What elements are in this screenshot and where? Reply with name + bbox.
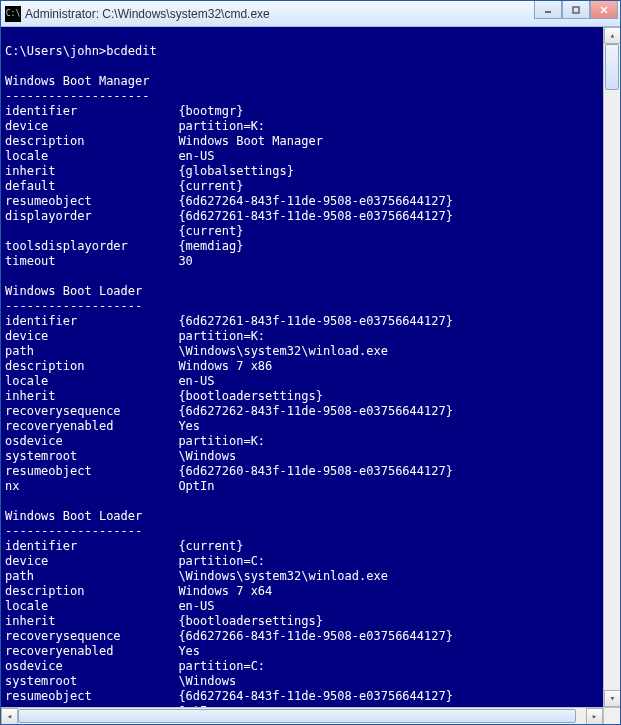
scroll-up-button[interactable]: ▴ (604, 27, 620, 44)
svg-rect-1 (573, 7, 579, 13)
scrollbar-corner (603, 707, 620, 724)
maximize-button[interactable] (562, 1, 590, 19)
console-output[interactable]: C:\Users\john>bcdedit Windows Boot Manag… (1, 27, 603, 707)
console-area: C:\Users\john>bcdedit Windows Boot Manag… (1, 27, 620, 724)
scroll-right-button[interactable]: ▸ (586, 708, 603, 724)
scroll-track-horizontal[interactable] (18, 708, 586, 724)
scroll-down-button[interactable]: ▾ (604, 690, 620, 707)
scroll-thumb-horizontal[interactable] (18, 709, 576, 723)
close-button[interactable] (590, 1, 618, 19)
scroll-track-vertical[interactable] (604, 44, 620, 690)
scroll-thumb-vertical[interactable] (605, 44, 619, 90)
minimize-button[interactable] (534, 1, 562, 19)
scroll-left-button[interactable]: ◂ (1, 708, 18, 724)
horizontal-scrollbar[interactable]: ◂ ▸ (1, 707, 603, 724)
window-title: Administrator: C:\Windows\system32\cmd.e… (25, 7, 270, 21)
vertical-scrollbar[interactable]: ▴ ▾ (603, 27, 620, 707)
window-controls (534, 1, 618, 19)
cmd-icon (5, 6, 21, 22)
titlebar[interactable]: Administrator: C:\Windows\system32\cmd.e… (1, 1, 620, 27)
app-window: Administrator: C:\Windows\system32\cmd.e… (0, 0, 621, 725)
